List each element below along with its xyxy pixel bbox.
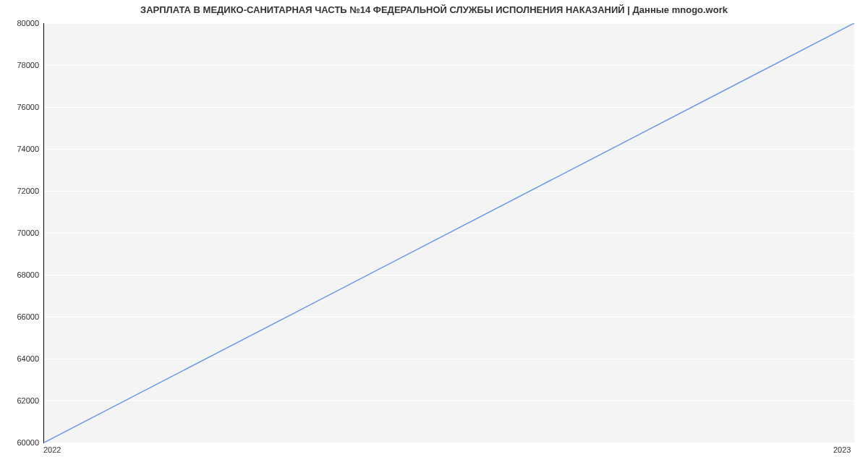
plot-area	[43, 23, 854, 443]
ytick-label: 60000	[3, 438, 39, 447]
xtick-label: 2023	[833, 445, 851, 454]
gridline	[44, 149, 854, 150]
ytick-label: 70000	[3, 228, 39, 237]
ytick-label: 78000	[3, 61, 39, 69]
gridline	[44, 275, 854, 275]
ytick-label: 64000	[3, 354, 39, 363]
gridline	[44, 107, 854, 108]
ytick-label: 72000	[3, 187, 39, 195]
chart-container: ЗАРПЛАТА В МЕДИКО-САНИТАРНАЯ ЧАСТЬ №14 Ф…	[0, 0, 868, 470]
gridline	[44, 233, 854, 234]
ytick-label: 66000	[3, 312, 39, 321]
gridline	[44, 359, 854, 359]
gridline	[44, 65, 854, 66]
chart-title: ЗАРПЛАТА В МЕДИКО-САНИТАРНАЯ ЧАСТЬ №14 Ф…	[0, 4, 868, 15]
ytick-label: 80000	[3, 19, 39, 27]
xtick-label: 2022	[43, 445, 61, 454]
ytick-label: 68000	[3, 270, 39, 279]
gridline	[44, 191, 854, 192]
gridline	[44, 443, 854, 443]
gridline	[44, 317, 854, 317]
ytick-label: 74000	[3, 145, 39, 153]
ytick-label: 62000	[3, 396, 39, 405]
gridline	[44, 401, 854, 401]
gridline	[44, 23, 854, 24]
ytick-label: 76000	[3, 103, 39, 111]
